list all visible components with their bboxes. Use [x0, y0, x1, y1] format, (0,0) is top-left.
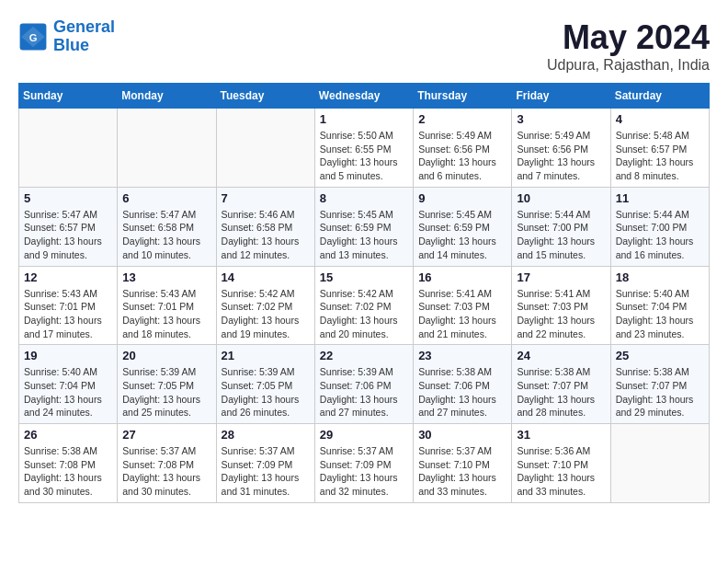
day-info: Sunrise: 5:38 AMSunset: 7:06 PMDaylight:… [418, 365, 506, 419]
calendar-cell: 5Sunrise: 5:47 AMSunset: 6:57 PMDaylight… [19, 187, 118, 266]
calendar-cell: 8Sunrise: 5:45 AMSunset: 6:59 PMDaylight… [314, 187, 413, 266]
day-info: Sunrise: 5:43 AMSunset: 7:01 PMDaylight:… [24, 287, 112, 341]
calendar-cell: 12Sunrise: 5:43 AMSunset: 7:01 PMDayligh… [19, 266, 118, 345]
day-number: 30 [418, 428, 506, 442]
calendar-cell: 13Sunrise: 5:43 AMSunset: 7:01 PMDayligh… [118, 266, 216, 345]
day-info: Sunrise: 5:37 AMSunset: 7:09 PMDaylight:… [222, 444, 310, 499]
page-header: G General Blue May 2024 Udpura, Rajastha… [18, 18, 710, 74]
calendar-cell: 11Sunrise: 5:44 AMSunset: 7:00 PMDayligh… [610, 187, 709, 266]
calendar-cell: 25Sunrise: 5:38 AMSunset: 7:07 PMDayligh… [610, 345, 709, 424]
day-number: 7 [222, 191, 310, 205]
column-header-thursday: Thursday [414, 84, 512, 109]
day-info: Sunrise: 5:41 AMSunset: 7:03 PMDaylight:… [418, 287, 506, 341]
calendar-cell: 28Sunrise: 5:37 AMSunset: 7:09 PMDayligh… [216, 424, 314, 503]
day-info: Sunrise: 5:36 AMSunset: 7:10 PMDaylight:… [517, 444, 605, 499]
calendar-cell: 17Sunrise: 5:41 AMSunset: 7:03 PMDayligh… [512, 266, 610, 345]
day-number: 24 [517, 349, 605, 362]
day-number: 9 [418, 191, 506, 205]
calendar-cell [610, 424, 709, 503]
day-info: Sunrise: 5:47 AMSunset: 6:58 PMDaylight:… [122, 208, 210, 262]
day-info: Sunrise: 5:39 AMSunset: 7:06 PMDaylight:… [320, 365, 408, 419]
calendar-cell: 26Sunrise: 5:38 AMSunset: 7:08 PMDayligh… [19, 424, 118, 503]
calendar: SundayMondayTuesdayWednesdayThursdayFrid… [18, 83, 710, 503]
calendar-cell: 23Sunrise: 5:38 AMSunset: 7:06 PMDayligh… [414, 345, 512, 424]
day-info: Sunrise: 5:39 AMSunset: 7:05 PMDaylight:… [122, 365, 210, 419]
calendar-header-row: SundayMondayTuesdayWednesdayThursdayFrid… [19, 84, 710, 109]
day-info: Sunrise: 5:44 AMSunset: 7:00 PMDaylight:… [517, 208, 605, 262]
day-number: 17 [517, 270, 605, 284]
calendar-cell [216, 109, 314, 188]
day-info: Sunrise: 5:45 AMSunset: 6:59 PMDaylight:… [320, 208, 408, 262]
calendar-cell [19, 109, 118, 188]
logo-line2: Blue [53, 36, 89, 54]
calendar-cell: 6Sunrise: 5:47 AMSunset: 6:58 PMDaylight… [118, 187, 216, 266]
calendar-cell: 9Sunrise: 5:45 AMSunset: 6:59 PMDaylight… [414, 187, 512, 266]
day-number: 25 [616, 349, 704, 362]
column-header-saturday: Saturday [610, 84, 709, 109]
day-info: Sunrise: 5:49 AMSunset: 6:56 PMDaylight:… [418, 129, 506, 183]
day-number: 20 [122, 349, 210, 362]
logo-text: General Blue [53, 18, 115, 55]
title-block: May 2024 Udpura, Rajasthan, India [547, 18, 710, 74]
day-number: 16 [418, 270, 506, 284]
calendar-cell: 10Sunrise: 5:44 AMSunset: 7:00 PMDayligh… [512, 187, 610, 266]
month-title: May 2024 [547, 18, 710, 57]
logo: G General Blue [18, 18, 115, 55]
calendar-cell: 20Sunrise: 5:39 AMSunset: 7:05 PMDayligh… [118, 345, 216, 424]
day-info: Sunrise: 5:44 AMSunset: 7:00 PMDaylight:… [616, 208, 704, 262]
day-number: 11 [616, 191, 704, 205]
column-header-tuesday: Tuesday [216, 84, 314, 109]
location: Udpura, Rajasthan, India [547, 57, 710, 74]
day-info: Sunrise: 5:47 AMSunset: 6:57 PMDaylight:… [24, 208, 112, 262]
day-number: 2 [418, 112, 506, 126]
calendar-cell: 3Sunrise: 5:49 AMSunset: 6:56 PMDaylight… [512, 109, 610, 188]
column-header-friday: Friday [512, 84, 610, 109]
logo-line1: General [53, 17, 115, 36]
column-header-monday: Monday [118, 84, 216, 109]
calendar-cell [118, 109, 216, 188]
calendar-cell: 2Sunrise: 5:49 AMSunset: 6:56 PMDaylight… [414, 109, 512, 188]
day-info: Sunrise: 5:40 AMSunset: 7:04 PMDaylight:… [24, 365, 112, 419]
calendar-cell: 31Sunrise: 5:36 AMSunset: 7:10 PMDayligh… [512, 424, 610, 503]
day-info: Sunrise: 5:37 AMSunset: 7:10 PMDaylight:… [418, 444, 506, 499]
day-info: Sunrise: 5:38 AMSunset: 7:08 PMDaylight:… [24, 444, 112, 499]
calendar-cell: 19Sunrise: 5:40 AMSunset: 7:04 PMDayligh… [19, 345, 118, 424]
day-number: 6 [122, 191, 210, 205]
day-number: 3 [517, 112, 605, 126]
calendar-cell: 30Sunrise: 5:37 AMSunset: 7:10 PMDayligh… [414, 424, 512, 503]
day-info: Sunrise: 5:37 AMSunset: 7:09 PMDaylight:… [320, 444, 408, 499]
day-number: 12 [24, 270, 112, 284]
column-header-wednesday: Wednesday [314, 84, 413, 109]
day-number: 31 [517, 428, 605, 442]
calendar-cell: 27Sunrise: 5:37 AMSunset: 7:08 PMDayligh… [118, 424, 216, 503]
day-info: Sunrise: 5:49 AMSunset: 6:56 PMDaylight:… [517, 129, 605, 183]
day-number: 19 [24, 349, 112, 362]
day-info: Sunrise: 5:40 AMSunset: 7:04 PMDaylight:… [616, 287, 704, 341]
calendar-week-row: 26Sunrise: 5:38 AMSunset: 7:08 PMDayligh… [19, 424, 710, 503]
calendar-week-row: 19Sunrise: 5:40 AMSunset: 7:04 PMDayligh… [19, 345, 710, 424]
day-number: 5 [24, 191, 112, 205]
calendar-cell: 21Sunrise: 5:39 AMSunset: 7:05 PMDayligh… [216, 345, 314, 424]
day-info: Sunrise: 5:38 AMSunset: 7:07 PMDaylight:… [517, 365, 605, 419]
calendar-cell: 29Sunrise: 5:37 AMSunset: 7:09 PMDayligh… [314, 424, 413, 503]
day-info: Sunrise: 5:38 AMSunset: 7:07 PMDaylight:… [616, 365, 704, 419]
calendar-week-row: 5Sunrise: 5:47 AMSunset: 6:57 PMDaylight… [19, 187, 710, 266]
day-info: Sunrise: 5:46 AMSunset: 6:58 PMDaylight:… [222, 208, 310, 262]
calendar-cell: 4Sunrise: 5:48 AMSunset: 6:57 PMDaylight… [610, 109, 709, 188]
day-number: 21 [222, 349, 310, 362]
day-number: 1 [320, 112, 408, 126]
day-info: Sunrise: 5:45 AMSunset: 6:59 PMDaylight:… [418, 208, 506, 262]
calendar-cell: 1Sunrise: 5:50 AMSunset: 6:55 PMDaylight… [314, 109, 413, 188]
day-number: 8 [320, 191, 408, 205]
day-number: 26 [24, 428, 112, 442]
day-info: Sunrise: 5:42 AMSunset: 7:02 PMDaylight:… [320, 287, 408, 341]
calendar-cell: 14Sunrise: 5:42 AMSunset: 7:02 PMDayligh… [216, 266, 314, 345]
day-info: Sunrise: 5:39 AMSunset: 7:05 PMDaylight:… [222, 365, 310, 419]
day-number: 10 [517, 191, 605, 205]
day-number: 23 [418, 349, 506, 362]
column-header-sunday: Sunday [19, 84, 118, 109]
calendar-week-row: 12Sunrise: 5:43 AMSunset: 7:01 PMDayligh… [19, 266, 710, 345]
calendar-cell: 24Sunrise: 5:38 AMSunset: 7:07 PMDayligh… [512, 345, 610, 424]
calendar-cell: 15Sunrise: 5:42 AMSunset: 7:02 PMDayligh… [314, 266, 413, 345]
calendar-cell: 16Sunrise: 5:41 AMSunset: 7:03 PMDayligh… [414, 266, 512, 345]
